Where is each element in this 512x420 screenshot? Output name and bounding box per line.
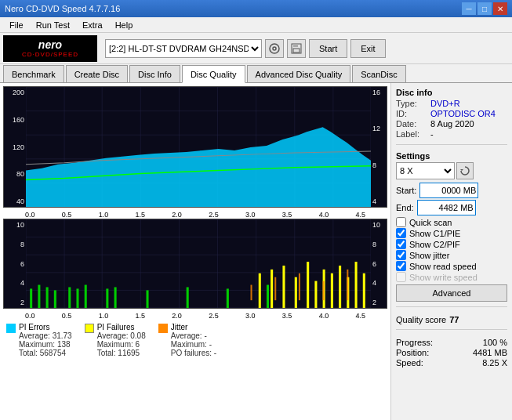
disc-id-label: ID:	[396, 109, 427, 118]
pi-errors-average: Average: 31.73	[19, 331, 72, 340]
pi-failures-color	[85, 324, 94, 333]
menu-file[interactable]: File	[3, 20, 30, 31]
jitter-maximum: Maximum: -	[171, 340, 216, 349]
pi-failures-average: Average: 0.08	[97, 331, 146, 340]
quick-scan-checkbox[interactable]	[396, 217, 406, 227]
divider-1	[396, 144, 507, 145]
tab-disc-quality[interactable]: Disc Quality	[182, 65, 245, 83]
svg-rect-42	[46, 287, 49, 308]
speed-label: Speed:	[396, 358, 423, 368]
svg-rect-64	[363, 273, 365, 308]
drive-select[interactable]: [2:2] HL-DT-ST DVDRAM GH24NSD0 LH00	[105, 39, 262, 58]
save-icon-button[interactable]	[287, 39, 306, 58]
quality-score-row: Quality score 77	[396, 315, 507, 324]
svg-marker-70	[460, 169, 463, 171]
quality-score-value: 77	[449, 315, 459, 324]
top-chart-x-axis: 0.0 0.5 1.0 1.5 2.0 2.5 3.0 3.5 4.0 4.5	[3, 211, 387, 219]
nero-logo: nero CD·DVD/SPEED	[3, 35, 97, 62]
tab-create-disc[interactable]: Create Disc	[66, 65, 128, 82]
advanced-button[interactable]: Advanced	[396, 284, 507, 302]
right-panel: Disc info Type: DVD+R ID: OPTODISC OR4 D…	[390, 83, 512, 420]
settings-refresh-button[interactable]	[456, 162, 474, 179]
show-write-speed-checkbox[interactable]	[396, 272, 406, 282]
svg-rect-51	[227, 288, 229, 308]
start-label: Start:	[396, 186, 416, 195]
quick-scan-label: Quick scan	[409, 218, 452, 227]
legend-pi-failures: PI Failures Average: 0.08 Maximum: 6 Tot…	[85, 323, 146, 357]
pi-failures-label: PI Failures	[97, 323, 146, 331]
show-read-speed-checkbox[interactable]	[396, 261, 406, 271]
disc-icon-button[interactable]	[265, 39, 284, 58]
disc-info-title: Disc info	[396, 88, 507, 97]
tab-scan-disc[interactable]: ScanDisc	[352, 65, 405, 82]
show-write-speed-label: Show write speed	[409, 273, 478, 282]
svg-rect-56	[295, 277, 297, 308]
disc-type-label: Type:	[396, 99, 427, 108]
svg-rect-55	[282, 266, 285, 308]
top-chart-y-axis-left: 200 160 120 80 40	[4, 87, 26, 207]
show-c1-label: Show C1/PIE	[409, 229, 460, 238]
svg-rect-46	[85, 285, 87, 308]
bottom-chart-panel: 10 8 6 4 2 10 8 6 4 2	[3, 219, 387, 309]
title-bar-controls: ─ □ ✕	[462, 2, 507, 15]
svg-rect-3	[293, 44, 298, 47]
minimize-button[interactable]: ─	[462, 2, 476, 15]
checkbox-quick-scan: Quick scan	[396, 217, 507, 227]
bottom-chart-y-axis-right: 10 8 6 4 2	[371, 219, 387, 308]
quality-score-label: Quality score	[396, 315, 446, 324]
show-c1-checkbox[interactable]	[396, 228, 406, 238]
bottom-chart-x-axis: 0.0 0.5 1.0 1.5 2.0 2.5 3.0 3.5 4.0 4.5	[3, 312, 387, 320]
svg-rect-53	[259, 273, 261, 308]
start-button[interactable]: Start	[309, 39, 347, 58]
svg-rect-58	[314, 281, 317, 308]
top-chart-panel: 200 160 120 80 40 16 12 8 4	[3, 86, 387, 208]
divider-2	[396, 306, 507, 307]
position-label: Position:	[396, 348, 429, 357]
checkbox-show-jitter: Show jitter	[396, 250, 507, 260]
end-input[interactable]	[417, 200, 476, 215]
pi-errors-maximum: Maximum: 138	[19, 340, 72, 349]
speed-select[interactable]: 8 X Max 1 X 2 X 4 X 16 X	[396, 162, 455, 179]
pi-errors-total: Total: 568754	[19, 349, 72, 357]
disc-date-row: Date: 8 Aug 2020	[396, 119, 507, 129]
maximize-button[interactable]: □	[478, 2, 492, 15]
speed-value: 8.25 X	[482, 358, 507, 368]
exit-button[interactable]: Exit	[350, 39, 385, 58]
disc-date-label: Date:	[396, 119, 427, 129]
start-input[interactable]	[419, 183, 478, 198]
bottom-chart-y-axis-left: 10 8 6 4 2	[4, 219, 26, 308]
show-jitter-checkbox[interactable]	[396, 250, 406, 260]
tab-benchmark[interactable]: Benchmark	[3, 65, 64, 82]
tab-advanced-disc-quality[interactable]: Advanced Disc Quality	[247, 65, 351, 82]
svg-point-0	[270, 44, 279, 53]
checkbox-show-c1: Show C1/PIE	[396, 228, 507, 238]
svg-point-1	[273, 47, 276, 50]
pi-failures-maximum: Maximum: 6	[97, 340, 146, 349]
show-read-speed-label: Show read speed	[409, 262, 477, 271]
legend-pi-errors: PI Errors Average: 31.73 Maximum: 138 To…	[6, 323, 72, 357]
bottom-chart-svg	[26, 219, 371, 308]
tab-disc-info[interactable]: Disc Info	[129, 65, 180, 82]
checkbox-show-c2: Show C2/PIF	[396, 239, 507, 249]
menu-help[interactable]: Help	[109, 20, 140, 31]
jitter-label: Jitter	[171, 323, 216, 331]
legend-area: PI Errors Average: 31.73 Maximum: 138 To…	[3, 320, 387, 360]
svg-rect-68	[323, 281, 325, 301]
show-c2-checkbox[interactable]	[396, 239, 406, 249]
jitter-average: Average: -	[171, 331, 216, 340]
jitter-color	[158, 324, 168, 333]
menu-extra[interactable]: Extra	[76, 20, 109, 31]
disc-type-row: Type: DVD+R	[396, 99, 507, 108]
checkbox-show-write-speed: Show write speed	[396, 272, 507, 282]
disc-id-row: ID: OPTODISC OR4	[396, 109, 507, 118]
svg-rect-66	[274, 277, 276, 300]
svg-rect-4	[293, 49, 300, 52]
svg-rect-69	[347, 270, 348, 300]
svg-rect-40	[30, 288, 32, 308]
progress-row: Progress: 100 %	[396, 338, 507, 347]
close-button[interactable]: ✕	[493, 2, 507, 15]
checkbox-show-read-speed: Show read speed	[396, 261, 507, 271]
menu-run-test[interactable]: Run Test	[30, 20, 76, 31]
show-jitter-label: Show jitter	[409, 251, 449, 260]
title-bar-text: Nero CD-DVD Speed 4.7.7.16	[5, 4, 120, 13]
